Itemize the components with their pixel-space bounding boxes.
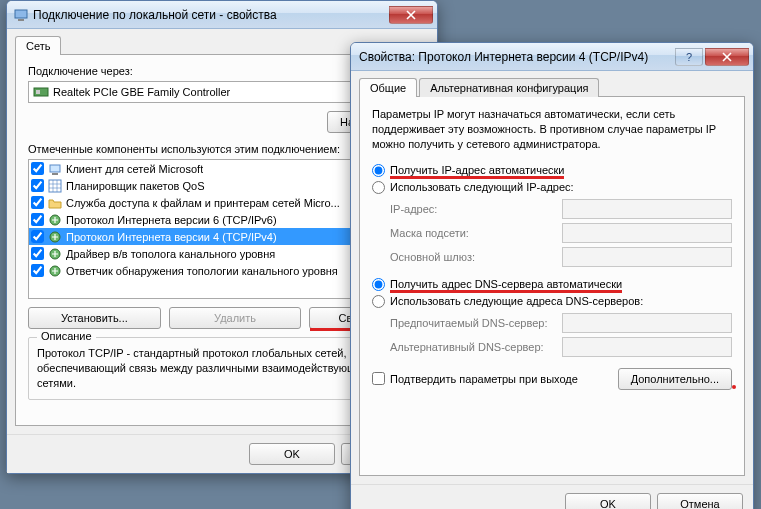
dns-manual-radio[interactable] [372,295,385,308]
help-button[interactable]: ? [675,48,703,66]
dns-pref-label: Предпочитаемый DNS-сервер: [390,317,562,329]
component-label: Протокол Интернета версии 4 (TCP/IPv4) [66,231,277,243]
ipv4-properties-window: Свойства: Протокол Интернета версии 4 (T… [350,42,754,509]
component-checkbox[interactable] [31,213,44,226]
dns-manual-label: Использовать следующие адреса DNS-сервер… [390,295,643,307]
advanced-button[interactable]: Дополнительно... [618,368,732,390]
network-icon [13,7,29,23]
component-checkbox[interactable] [31,162,44,175]
ok-button[interactable]: OK [565,493,651,509]
component-checkbox[interactable] [31,196,44,209]
svg-rect-4 [50,165,60,172]
dns-auto-label: Получить адрес DNS-сервера автоматически [390,278,622,290]
component-label: Планировщик пакетов QoS [66,180,205,192]
ip-auto-label: Получить IP-адрес автоматически [390,164,564,176]
tab-network[interactable]: Сеть [15,36,61,55]
qos-icon [48,179,62,193]
svg-rect-3 [36,90,40,94]
ip-address-input [562,199,732,219]
fileshare-icon [48,196,62,210]
component-checkbox[interactable] [31,230,44,243]
annotation-dot [732,385,736,389]
close-button[interactable] [389,6,433,24]
gateway-label: Основной шлюз: [390,251,562,263]
tab-general[interactable]: Общие [359,78,417,97]
component-label: Клиент для сетей Microsoft [66,163,203,175]
subnet-input [562,223,732,243]
proto-icon [48,230,62,244]
info-paragraph: Параметры IP могут назначаться автоматич… [372,107,732,152]
component-checkbox[interactable] [31,264,44,277]
titlebar[interactable]: Подключение по локальной сети - свойства [7,1,437,29]
validate-checkbox[interactable] [372,372,385,385]
component-checkbox[interactable] [31,247,44,260]
proto-icon [48,247,62,261]
svg-rect-5 [52,173,58,175]
ip-manual-row[interactable]: Использовать следующий IP-адрес: [372,179,732,196]
uninstall-button: Удалить [169,307,302,329]
dns-pref-input [562,313,732,333]
title-text: Подключение по локальной сети - свойства [33,8,389,22]
ip-auto-radio[interactable] [372,164,385,177]
tab-alternate[interactable]: Альтернативная конфигурация [419,78,599,97]
proto-icon [48,264,62,278]
install-button[interactable]: Установить... [28,307,161,329]
component-label: Протокол Интернета версии 6 (TCP/IPv6) [66,214,277,226]
nic-icon [33,84,49,100]
ip-manual-radio[interactable] [372,181,385,194]
description-legend: Описание [37,330,96,342]
svg-rect-0 [15,10,27,18]
ip-auto-row[interactable]: Получить IP-адрес автоматически [372,162,732,179]
ip-manual-label: Использовать следующий IP-адрес: [390,181,574,193]
validate-row[interactable]: Подтвердить параметры при выходе Дополни… [372,368,732,390]
dns-auto-radio[interactable] [372,278,385,291]
component-label: Служба доступа к файлам и принтерам сете… [66,197,340,209]
component-label: Драйвер в/в тополога канального уровня [66,248,275,260]
dns-alt-input [562,337,732,357]
svg-rect-6 [49,180,61,192]
svg-rect-1 [18,19,24,21]
ip-address-label: IP-адрес: [390,203,562,215]
validate-label: Подтвердить параметры при выходе [390,373,578,385]
nic-name: Realtek PCIe GBE Family Controller [53,86,230,98]
dns-auto-row[interactable]: Получить адрес DNS-сервера автоматически [372,276,732,293]
component-label: Ответчик обнаружения топологии канальног… [66,265,338,277]
subnet-label: Маска подсети: [390,227,562,239]
client-icon [48,162,62,176]
cancel-button[interactable]: Отмена [657,493,743,509]
close-button[interactable] [705,48,749,66]
gateway-input [562,247,732,267]
component-checkbox[interactable] [31,179,44,192]
dns-manual-row[interactable]: Использовать следующие адреса DNS-сервер… [372,293,732,310]
ok-button[interactable]: OK [249,443,335,465]
proto-icon [48,213,62,227]
dns-alt-label: Альтернативный DNS-сервер: [390,341,562,353]
